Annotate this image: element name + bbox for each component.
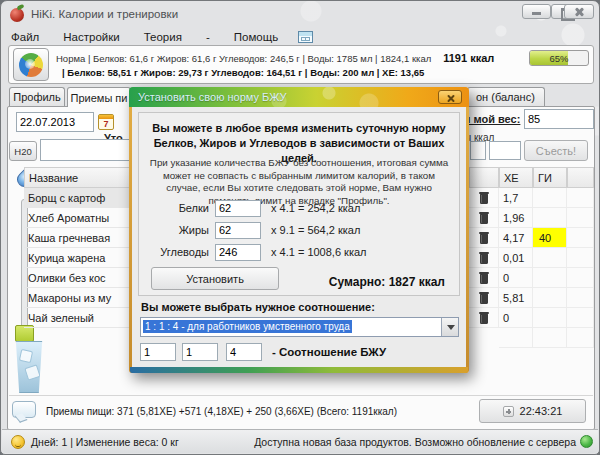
carb-input[interactable]: [215, 244, 261, 261]
delete-row-icon[interactable]: [469, 208, 499, 228]
tab-balance-fragment[interactable]: он (баланс): [467, 87, 545, 106]
fat-input[interactable]: [215, 222, 261, 239]
timer-button[interactable]: 22:43:21: [479, 399, 586, 423]
carb-formula: x 4.1 = 1008,6 ккал: [271, 246, 367, 258]
ratio-bju-label: - Соотношение БЖУ: [272, 346, 386, 358]
norm-values-text: Норма | Белков: 61,6 г Жиров: 61,6 г Угл…: [56, 53, 431, 64]
gi-value: [533, 308, 567, 328]
carb-row: Углеводы x 4.1 = 1008,6 ккал: [139, 243, 459, 261]
update-available-indicator[interactable]: [580, 435, 593, 448]
window-title: HiKi. Калории и тренировки: [31, 8, 178, 20]
column-header-delete: [469, 167, 499, 188]
delete-row-icon[interactable]: [469, 188, 499, 208]
empty-cell: [567, 308, 594, 328]
xe-value: 0: [499, 308, 533, 328]
food-row-name[interactable]: Курица жарена: [24, 248, 132, 268]
water-glass-icon[interactable]: [15, 341, 43, 393]
calendar-icon[interactable]: 7: [98, 114, 114, 130]
eaten-kcal-value: 1191 ккал: [443, 52, 494, 64]
h2o-button[interactable]: H20: [9, 141, 37, 161]
menu-theory[interactable]: Теория: [140, 30, 186, 44]
protein-label: Белки: [139, 202, 209, 214]
tab-profile[interactable]: Профиль: [9, 87, 65, 106]
trash-icon: [479, 312, 489, 324]
norm-summary-panel: Норма | Белков: 61,6 г Жиров: 61,6 г Угл…: [8, 45, 594, 84]
weight-input[interactable]: [524, 109, 594, 129]
column-header-gi[interactable]: ГИ: [533, 167, 567, 188]
food-row-name[interactable]: Каша гречневая: [24, 228, 132, 248]
calculator-icon[interactable]: [298, 31, 313, 43]
kcal-progress-bar: 65%: [529, 50, 589, 66]
set-norm-button[interactable]: Установить: [151, 267, 279, 290]
weight-label-fragment[interactable]: я мой вес:: [464, 113, 520, 125]
app-logo-icon: [10, 8, 24, 22]
gi-value: [533, 188, 567, 208]
delete-row-icon[interactable]: [469, 268, 499, 288]
empty-cell: [533, 328, 567, 348]
delete-row-icon[interactable]: [469, 308, 499, 328]
trash-icon: [479, 292, 489, 304]
dialog-body: Вы можете в любое время изменить суточну…: [132, 107, 466, 367]
xe-value: 1,96: [499, 208, 533, 228]
ratio-combobox[interactable]: 1 : 1 : 4 - для работников умственного т…: [140, 317, 459, 337]
gi-value: [533, 288, 567, 308]
norm-line-1: Норма | Белков: 61,6 г Жиров: 61,6 г Угл…: [56, 49, 494, 67]
tab-meals[interactable]: Приемы пи: [67, 87, 131, 107]
eaten-values-text: | Белков: 58,51 г Жиров: 29,73 г Углевод…: [62, 67, 424, 78]
app-window: HiKi. Калории и тренировки Файл Настройк…: [0, 0, 600, 455]
ratio-carb-input[interactable]: [226, 343, 262, 361]
minimize-button[interactable]: [522, 4, 551, 19]
status-update-text[interactable]: Доступна новая база продуктов. Возможно …: [254, 436, 576, 448]
xe-value: 5,81: [499, 288, 533, 308]
status-bar: Дней: 1 | Изменение веса: 0 кг Доступна …: [2, 429, 598, 453]
protein-formula: x 4.1 = 254,2 ккал: [271, 202, 360, 214]
smiley-icon: [11, 435, 25, 449]
food-row-name[interactable]: Оливки без кос: [24, 268, 132, 288]
empty-cell: [499, 328, 533, 348]
timer-value: 22:43:21: [520, 405, 563, 417]
delete-row-icon[interactable]: [469, 248, 499, 268]
close-button[interactable]: [564, 4, 594, 19]
water-amount-input[interactable]: [40, 139, 132, 161]
app-quick-button[interactable]: [13, 48, 49, 81]
meals-summary-text: Приемы пищи: 371 (5,81ХЕ) +571 (4,18ХЕ) …: [46, 406, 397, 417]
progress-percent-label: 65%: [530, 51, 588, 65]
gi-value: [533, 268, 567, 288]
empty-cell: [567, 328, 594, 348]
delete-row-icon[interactable]: [469, 288, 499, 308]
xe-value: 1,7: [499, 188, 533, 208]
menu-settings[interactable]: Настройки: [59, 30, 123, 44]
xe-value: 0: [499, 268, 533, 288]
trash-icon: [479, 252, 489, 264]
date-input[interactable]: [16, 112, 94, 132]
menu-separator: -: [202, 30, 214, 44]
dialog-title: Установить свою норму БЖУ: [138, 91, 287, 103]
gi-value: [533, 208, 567, 228]
dialog-bottom-gradient: [130, 367, 468, 373]
column-header-name[interactable]: Название: [24, 167, 132, 188]
menu-file[interactable]: Файл: [7, 30, 43, 44]
carb-label: Углеводы: [139, 246, 209, 258]
dialog-title-bar[interactable]: Установить свою норму БЖУ: [129, 87, 469, 107]
set-bju-norm-dialog: Установить свою норму БЖУ Вы можете в лю…: [129, 87, 469, 373]
food-row-name[interactable]: Чай зеленый: [24, 308, 132, 328]
food-row-name[interactable]: Макароны из му: [24, 288, 132, 308]
ratio-fat-input[interactable]: [182, 343, 218, 361]
kcal-input[interactable]: [489, 141, 521, 160]
food-row-name[interactable]: Хлеб Ароматны: [24, 208, 132, 228]
combobox-dropdown-button[interactable]: [441, 318, 458, 336]
eat-button[interactable]: Съесть!: [524, 140, 588, 161]
column-header-xe[interactable]: ХЕ: [499, 167, 533, 188]
total-kcal-label: Сумарно: 1827 ккал: [329, 275, 445, 289]
fat-row: Жиры x 9.1 = 564,2 ккал: [139, 221, 459, 239]
empty-cell: [567, 268, 594, 288]
dialog-close-button[interactable]: [438, 90, 462, 104]
protein-input[interactable]: [215, 200, 261, 217]
xe-value: 4,17: [499, 228, 533, 248]
delete-row-icon[interactable]: [469, 228, 499, 248]
menu-help[interactable]: Помощь: [230, 30, 282, 44]
ratio-protein-input[interactable]: [140, 343, 176, 361]
speech-bubble-icon[interactable]: [12, 401, 36, 418]
food-row-name[interactable]: Борщ с картоф: [24, 188, 132, 208]
grams-input-partial[interactable]: [470, 141, 486, 160]
